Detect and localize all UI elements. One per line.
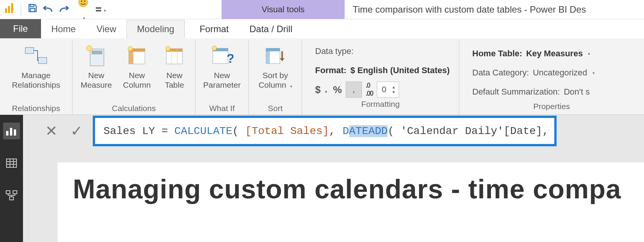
ribbon-tabs: File Home View Modeling Format Data / Dr… bbox=[0, 19, 644, 38]
sort-by-column-button[interactable]: Sort by Column ▾ bbox=[254, 42, 296, 90]
data-category-label: Data Category: bbox=[472, 68, 529, 78]
svg-rect-31 bbox=[14, 129, 16, 136]
group-whatif-label: What If bbox=[201, 101, 243, 114]
sort-by-column-label: Sort by Column ▾ bbox=[258, 70, 292, 90]
group-whatif: ? New Parameter What If bbox=[196, 41, 249, 114]
group-properties: Home Table: Key Measures ▾ Data Category… bbox=[459, 41, 644, 114]
tab-modeling[interactable]: Modeling bbox=[127, 20, 184, 38]
formula-dateadd-d: D bbox=[343, 125, 349, 137]
canvas: ✕ ✓ Sales LY = CALCULATE ( [Total Sales]… bbox=[23, 115, 644, 242]
manage-relationships-label: Manage Relationships bbox=[12, 70, 60, 90]
decimals-icon: .0.00 bbox=[366, 82, 373, 98]
format-dropdown[interactable]: Format: $ English (United States) bbox=[315, 63, 448, 78]
new-table-label: New Table bbox=[165, 70, 184, 90]
svg-rect-39 bbox=[10, 197, 13, 200]
formula-calendar-date: 'Calendar Daily'[Date] bbox=[401, 125, 542, 137]
default-summarization-dropdown[interactable]: Default Summarization: Don't s bbox=[472, 84, 633, 100]
tab-home[interactable]: Home bbox=[41, 20, 86, 38]
calculator-icon bbox=[82, 44, 110, 68]
default-summarization-label: Default Summarization: bbox=[472, 87, 560, 97]
report-view-button[interactable] bbox=[3, 123, 20, 139]
svg-point-7 bbox=[84, 0, 85, 2]
svg-rect-4 bbox=[30, 8, 35, 11]
data-type-dropdown[interactable]: Data type: bbox=[315, 44, 448, 59]
svg-rect-37 bbox=[6, 191, 10, 194]
undo-icon[interactable] bbox=[42, 5, 57, 14]
svg-point-21 bbox=[166, 46, 170, 51]
home-table-value: Key Measures bbox=[526, 49, 583, 59]
tab-data-drill[interactable]: Data / Drill bbox=[239, 20, 303, 38]
group-formatting: Data type: Format: $ English (United Sta… bbox=[302, 41, 459, 114]
svg-rect-2 bbox=[11, 3, 13, 13]
formula-dateadd-selected: ATEADD bbox=[349, 125, 388, 137]
svg-rect-11 bbox=[92, 51, 102, 54]
decimals-spinner[interactable]: 0 ▲▼ bbox=[377, 82, 399, 98]
data-category-value: Uncategorized bbox=[533, 68, 587, 78]
decimals-value: 0 bbox=[382, 85, 386, 95]
new-measure-button[interactable]: New Measure bbox=[78, 42, 115, 90]
percent-button[interactable]: % bbox=[333, 84, 342, 96]
smiley-icon[interactable]: ▾ bbox=[76, 0, 91, 22]
tab-format[interactable]: Format bbox=[189, 20, 239, 38]
new-measure-label: New Measure bbox=[80, 70, 112, 90]
new-column-button[interactable]: New Column bbox=[119, 42, 154, 90]
formula-bar-row: ✕ ✓ Sales LY = CALCULATE ( [Total Sales]… bbox=[42, 116, 644, 146]
new-table-button[interactable]: New Table bbox=[159, 42, 190, 90]
group-properties-label: Properties bbox=[465, 100, 639, 113]
svg-rect-3 bbox=[30, 5, 34, 7]
svg-rect-28 bbox=[266, 48, 270, 64]
new-parameter-button[interactable]: ? New Parameter bbox=[201, 42, 243, 90]
svg-text:?: ? bbox=[227, 51, 233, 65]
svg-point-6 bbox=[81, 0, 82, 2]
svg-point-5 bbox=[79, 0, 88, 7]
thousands-separator-button[interactable]: , bbox=[346, 82, 362, 98]
redo-icon[interactable] bbox=[59, 5, 74, 14]
group-sort-label: Sort bbox=[254, 101, 296, 114]
format-value: $ English (United States) bbox=[350, 65, 450, 75]
new-column-label: New Column bbox=[123, 70, 151, 90]
commit-formula-button[interactable]: ✓ bbox=[67, 123, 86, 139]
save-icon[interactable] bbox=[25, 3, 40, 16]
formula-offset: -1 bbox=[555, 125, 557, 137]
view-rail bbox=[0, 115, 23, 242]
ribbon: Manage Relationships Relationships New M… bbox=[0, 38, 644, 115]
svg-rect-29 bbox=[6, 131, 8, 136]
format-label: Format: bbox=[315, 65, 347, 75]
cancel-formula-button[interactable]: ✕ bbox=[42, 123, 61, 139]
manage-relationships-button[interactable]: Manage Relationships bbox=[5, 42, 67, 90]
data-type-label: Data type: bbox=[315, 46, 353, 56]
tab-file[interactable]: File bbox=[0, 19, 41, 38]
sort-icon bbox=[261, 44, 289, 68]
contextual-tab-header: Visual tools bbox=[222, 0, 345, 19]
svg-rect-9 bbox=[38, 57, 47, 64]
model-view-button[interactable] bbox=[3, 187, 20, 204]
home-table-label: Home Table: bbox=[472, 49, 522, 59]
svg-rect-1 bbox=[8, 6, 10, 13]
data-category-dropdown[interactable]: Data Category: Uncategorized ▾ bbox=[472, 65, 633, 80]
home-table-dropdown[interactable]: Home Table: Key Measures ▾ bbox=[472, 46, 633, 61]
table-icon bbox=[161, 44, 188, 68]
svg-point-12 bbox=[87, 46, 92, 51]
group-calculations-label: Calculations bbox=[78, 101, 190, 114]
formula-bar[interactable]: Sales LY = CALCULATE ( [Total Sales] , D… bbox=[93, 116, 557, 146]
work-area: ✕ ✓ Sales LY = CALCULATE ( [Total Sales]… bbox=[0, 115, 644, 242]
data-view-button[interactable] bbox=[3, 155, 20, 172]
currency-button[interactable]: $ ▾ bbox=[315, 84, 327, 96]
quick-access-toolbar: ▾ 〓▾ Visual tools Time comparison with c… bbox=[0, 0, 644, 19]
parameter-icon: ? bbox=[208, 44, 236, 68]
svg-rect-38 bbox=[13, 191, 17, 194]
svg-rect-0 bbox=[5, 8, 7, 13]
svg-rect-8 bbox=[25, 47, 34, 54]
window-title: Time comparison with custom date tables … bbox=[353, 0, 586, 19]
group-calculations: New Measure New Column New Table Calcula… bbox=[72, 41, 196, 114]
group-relationships: Manage Relationships Relationships bbox=[0, 41, 72, 114]
tab-view[interactable]: View bbox=[86, 20, 127, 38]
qat-customize-icon[interactable]: 〓▾ bbox=[92, 4, 108, 15]
group-relationships-label: Relationships bbox=[5, 101, 67, 114]
table-column-icon bbox=[123, 44, 151, 68]
svg-rect-30 bbox=[10, 128, 12, 136]
new-parameter-label: New Parameter bbox=[203, 70, 241, 90]
svg-rect-32 bbox=[7, 159, 16, 167]
group-sort: Sort by Column ▾ Sort bbox=[249, 41, 302, 114]
formula-calculate: CALCULATE bbox=[174, 125, 232, 137]
